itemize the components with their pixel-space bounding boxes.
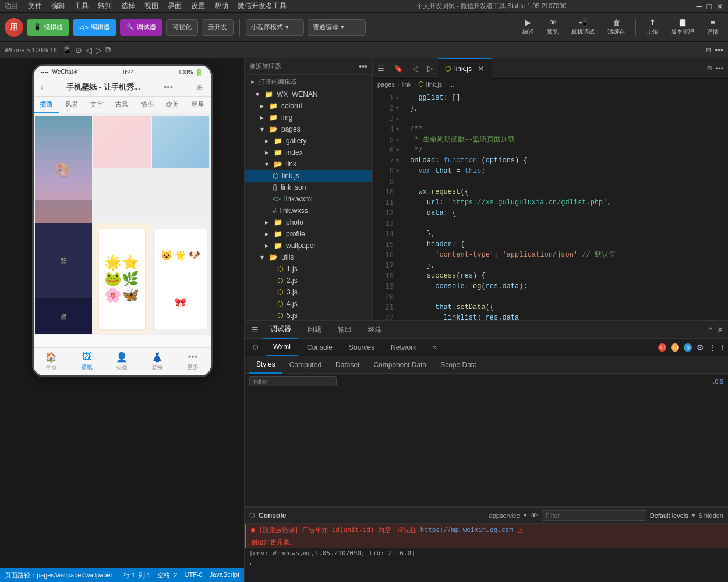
menu-item-file[interactable]: 文件 — [28, 1, 42, 11]
menu-item-goto[interactable]: 转到 — [98, 1, 112, 11]
tab-close-icon[interactable]: ✕ — [478, 64, 485, 73]
more-options-icon[interactable]: ••• — [715, 45, 723, 55]
debugger-btn[interactable]: 🔧 调试器 — [120, 19, 162, 36]
bottom-tab-home[interactable]: 🏠 主页 — [34, 348, 69, 375]
bottom-tab-avatar[interactable]: 👤 头像 — [104, 348, 140, 375]
rotate-icon[interactable]: ⊙ — [75, 45, 82, 55]
devtools-subtab-wxml-label[interactable]: Wxml — [266, 339, 298, 356]
devtools-tab-terminal[interactable]: 终端 — [361, 321, 389, 339]
devtools-subtab-console[interactable]: Console — [300, 339, 340, 356]
settings-gear-icon[interactable]: ⚙ — [697, 343, 704, 352]
folder-profile[interactable]: ▸ 📁 profile — [245, 228, 372, 240]
styles-tab-scope-data[interactable]: Scope Data — [433, 356, 484, 374]
menu-item-interface[interactable]: 界面 — [168, 1, 182, 11]
detail-btn[interactable]: ≡ 详情 — [702, 16, 723, 38]
devtools-tab-issues[interactable]: 问题 — [301, 321, 328, 339]
grid-item-2[interactable] — [93, 116, 151, 168]
tab-western[interactable]: 欧美 — [160, 97, 185, 113]
tab-celebrity[interactable]: 明星 — [185, 97, 210, 113]
bottom-tab-dress[interactable]: 👗 装扮 — [140, 348, 175, 375]
simulator-btn[interactable]: 📱 模拟器 — [27, 19, 69, 36]
devtools-menu-icon[interactable]: ☰ — [249, 325, 261, 334]
panels-toggle-icon[interactable]: ⧈ — [706, 45, 711, 55]
console-error-link[interactable]: https://mp.weixin.qq.com — [420, 526, 513, 534]
devtools-tab-debugger[interactable]: 调试器 — [263, 321, 298, 339]
compile-btn[interactable]: ▶ 编译 — [518, 16, 539, 38]
breadcrumb-filename[interactable]: link.js — [426, 81, 443, 88]
real-debug-btn[interactable]: 📲 真机调试 — [567, 16, 599, 38]
devtools-chevron-up-icon[interactable]: ^ — [709, 325, 712, 334]
project-root-folder[interactable]: ▾ 📁 WX_WENAN — [245, 88, 372, 100]
folder-pages[interactable]: ▾ 📂 pages — [245, 123, 372, 135]
phone-back-icon[interactable]: ‹ — [41, 83, 44, 92]
visual-btn[interactable]: 可视化 — [166, 19, 198, 36]
minimize-btn[interactable]: ─ — [697, 2, 702, 11]
grid-item-1[interactable]: 🎨 — [35, 116, 93, 223]
tab-forward-icon[interactable]: ▷ — [423, 64, 438, 73]
bottom-tab-wallpaper[interactable]: 🖼 壁纸 — [69, 348, 104, 375]
file-panel-more-icon[interactable]: ••• — [359, 62, 367, 71]
editor-split-icon[interactable]: ⧈ — [707, 63, 712, 73]
breadcrumb-link[interactable]: link — [402, 81, 412, 88]
devtools-close-icon[interactable]: ✕ — [717, 325, 723, 334]
devtools-subtab-sources[interactable]: Sources — [342, 339, 381, 356]
maximize-btn[interactable]: □ — [707, 2, 712, 11]
folder-colorui[interactable]: ▸ 📁 colorui — [245, 100, 372, 112]
grid-item-5[interactable]: 🌟⭐🐸🌿🌸🦋 — [93, 223, 151, 334]
duplicate-icon[interactable]: ⧉ — [105, 45, 111, 55]
tab-bookmark-icon[interactable]: 🔖 — [389, 64, 408, 73]
clear-cache-btn[interactable]: 🗑 清缓存 — [603, 16, 630, 38]
tab-illustration[interactable]: 插画 — [34, 97, 59, 113]
folder-img[interactable]: ▸ 📁 img — [245, 112, 372, 123]
appservice-dropdown-icon[interactable]: ▾ — [524, 512, 527, 519]
file-1js[interactable]: ⬡ 1.js — [245, 263, 372, 275]
menu-item-settings[interactable]: 设置 — [191, 1, 205, 11]
grid-item-6[interactable]: 🐱🌟 🐶🎀 — [152, 223, 210, 334]
filter-input[interactable] — [249, 376, 337, 386]
back-icon[interactable]: ◁ — [86, 45, 92, 55]
breadcrumb-more[interactable]: ... — [449, 81, 454, 88]
upload-btn[interactable]: ⬆ 上传 — [642, 16, 663, 38]
folder-photo[interactable]: ▸ 📁 photo — [245, 217, 372, 228]
folder-link[interactable]: ▾ 📂 link — [245, 158, 372, 170]
file-link-wxml[interactable]: <> link.wxml — [245, 193, 372, 205]
styles-tab-styles[interactable]: Styles — [249, 356, 282, 374]
devtools-subtab-more-icon[interactable]: ⋮ — [709, 343, 716, 352]
tab-ancient[interactable]: 古风 — [109, 97, 135, 113]
console-node-icon[interactable]: ⬡ — [249, 512, 255, 519]
open-editors-section[interactable]: ▸ 打开的编辑器 — [245, 75, 372, 88]
phone-portrait-icon[interactable]: 📱 — [62, 45, 72, 55]
cloud-btn[interactable]: 云开发 — [202, 19, 234, 36]
file-link-js[interactable]: ⬡ link.js — [245, 170, 372, 182]
menu-item-wechat[interactable]: 微信开发者工具 — [238, 1, 287, 11]
default-levels-dropdown-icon[interactable]: ▾ — [692, 512, 695, 519]
editor-btn[interactable]: </> 编辑器 — [73, 19, 116, 36]
menu-item-view[interactable]: 视图 — [144, 1, 158, 11]
file-link-wxss[interactable]: # link.wxss — [245, 205, 372, 217]
console-filter-input[interactable] — [542, 510, 646, 521]
tab-text[interactable]: 文字 — [84, 97, 109, 113]
code-area[interactable]: gglist: [] }, /** * 生命周期函数--监听页面加载 */ on… — [405, 90, 705, 320]
devtools-subtab-wxml[interactable]: ⬡ — [249, 339, 264, 356]
file-link-json[interactable]: {} link.json — [245, 182, 372, 193]
menu-item-select[interactable]: 选择 — [121, 1, 135, 11]
tab-nav-icon[interactable]: ☰ — [373, 64, 389, 73]
tab-back-icon[interactable]: ◁ — [408, 64, 423, 73]
menu-item-tools[interactable]: 工具 — [75, 1, 89, 11]
menu-item-project[interactable]: 项目 — [5, 1, 19, 11]
styles-tab-computed[interactable]: Computed — [282, 356, 328, 374]
forward-icon[interactable]: ▷ — [96, 45, 102, 55]
version-btn[interactable]: 📋 版本管理 — [666, 16, 699, 38]
grid-item-4[interactable]: 🎬 🎬 — [35, 223, 93, 334]
preview-btn[interactable]: 👁 预览 — [542, 16, 563, 38]
bottom-tab-more[interactable]: ••• 更多 — [175, 348, 211, 375]
tab-scenery[interactable]: 风景 — [59, 97, 84, 113]
devtools-tab-output[interactable]: 输出 — [331, 321, 359, 339]
devtools-error-icon[interactable]: ! — [721, 343, 723, 352]
tab-couple[interactable]: 情侣 — [135, 97, 160, 113]
breadcrumb-pages[interactable]: pages — [377, 81, 395, 88]
file-2js[interactable]: ⬡ 2.js — [245, 275, 372, 286]
menu-item-edit[interactable]: 编辑 — [51, 1, 65, 11]
file-5js[interactable]: ⬡ 5.js — [245, 310, 372, 320]
close-btn[interactable]: ✕ — [716, 2, 723, 11]
